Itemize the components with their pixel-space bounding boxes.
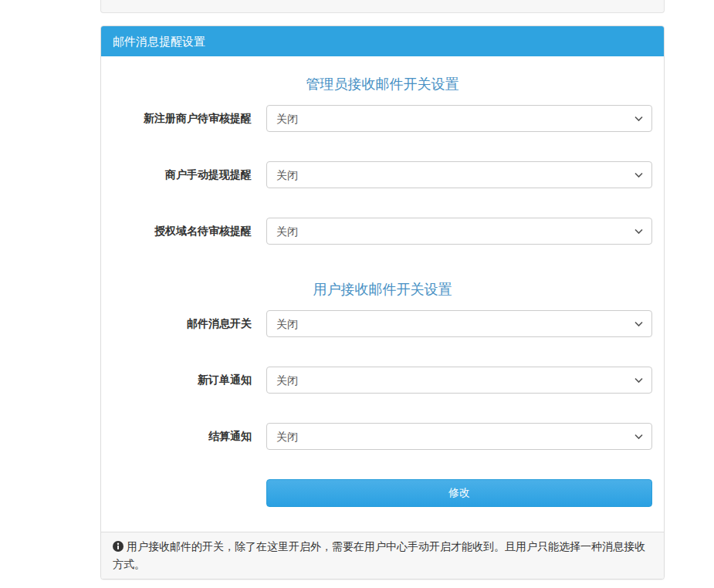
panel-body: 管理员接收邮件开关设置 新注册商户待审核提醒 关闭 商户手动提现提醒 — [101, 75, 664, 532]
field-label: 商户手动提现提醒 — [113, 167, 252, 183]
button-spacer — [113, 479, 266, 507]
button-row: 修改 — [113, 479, 652, 507]
select-wrapper: 关闭 — [266, 218, 652, 245]
email-settings-panel: 邮件消息提醒设置 管理员接收邮件开关设置 新注册商户待审核提醒 关闭 — [100, 25, 665, 580]
field-label: 新订单通知 — [113, 373, 252, 388]
new-order-notification-select[interactable]: 关闭 — [266, 367, 652, 394]
new-merchant-pending-review-reminder-select[interactable]: 关闭 — [266, 105, 652, 132]
form-row: 授权域名待审核提醒 关闭 — [113, 218, 652, 245]
footer-note-text: 用户接收邮件的开关，除了在这里开启外，需要在用户中心手动开启才能收到。且用户只能… — [113, 540, 645, 570]
section-heading-user: 用户接收邮件开关设置 — [113, 280, 652, 299]
previous-panel-bottom-edge — [100, 0, 665, 13]
email-message-switch-select[interactable]: 关闭 — [266, 310, 652, 337]
merchant-manual-withdrawal-reminder-select[interactable]: 关闭 — [266, 161, 652, 188]
authorized-domain-pending-review-reminder-select[interactable]: 关闭 — [266, 218, 652, 245]
form-row: 结算通知 关闭 — [113, 423, 652, 450]
select-wrapper: 关闭 — [266, 105, 652, 132]
section-heading-admin: 管理员接收邮件开关设置 — [113, 75, 652, 94]
page: 邮件消息提醒设置 管理员接收邮件开关设置 新注册商户待审核提醒 关闭 — [0, 0, 714, 588]
form-row: 商户手动提现提醒 关闭 — [113, 161, 652, 188]
info-circle-icon — [113, 540, 124, 556]
field-label: 新注册商户待审核提醒 — [113, 111, 252, 127]
modify-submit-button[interactable]: 修改 — [266, 479, 652, 507]
panel-footer: 用户接收邮件的开关，除了在这里开启外，需要在用户中心手动开启才能收到。且用户只能… — [101, 532, 664, 579]
select-wrapper: 关闭 — [266, 310, 652, 337]
field-label: 邮件消息开关 — [113, 316, 252, 332]
form-row: 邮件消息开关 关闭 — [113, 310, 652, 337]
select-wrapper: 关闭 — [266, 423, 652, 450]
field-label: 结算通知 — [113, 429, 252, 444]
settlement-notification-select[interactable]: 关闭 — [266, 423, 652, 450]
content-column: 邮件消息提醒设置 管理员接收邮件开关设置 新注册商户待审核提醒 关闭 — [100, 0, 665, 580]
panel-title: 邮件消息提醒设置 — [101, 26, 664, 56]
select-wrapper: 关闭 — [266, 367, 652, 394]
form-row: 新注册商户待审核提醒 关闭 — [113, 105, 652, 132]
select-wrapper: 关闭 — [266, 161, 652, 188]
field-label: 授权域名待审核提醒 — [113, 224, 252, 239]
form-row: 新订单通知 关闭 — [113, 367, 652, 394]
